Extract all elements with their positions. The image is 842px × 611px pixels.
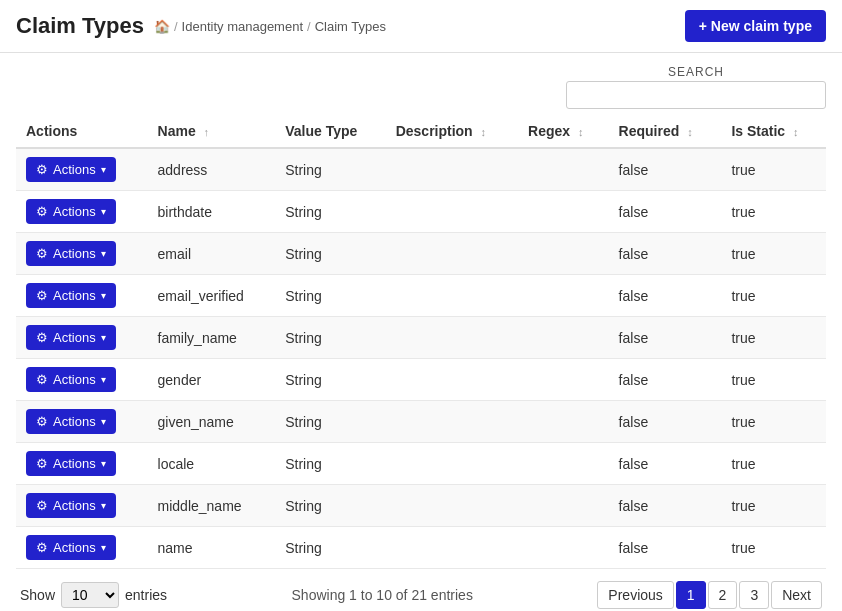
desc-sort-icon[interactable]: ↕ [481,126,487,138]
table-row: ⚙Actions▾localeStringfalsetrue [16,443,826,485]
actions-btn-label: Actions [53,162,96,177]
entries-select[interactable]: 10 25 50 100 [61,582,119,608]
required-cell: false [609,359,722,401]
actions-button[interactable]: ⚙Actions▾ [26,409,116,434]
caret-icon: ▾ [101,164,106,175]
caret-icon: ▾ [101,500,106,511]
required-cell: false [609,148,722,191]
gear-icon: ⚙ [36,162,48,177]
value-type-cell: String [275,485,386,527]
name-cell: family_name [148,317,276,359]
regex-cell [518,443,608,485]
col-value-type: Value Type [275,115,386,148]
caret-icon: ▾ [101,332,106,343]
actions-button[interactable]: ⚙Actions▾ [26,199,116,224]
name-cell: given_name [148,401,276,443]
actions-cell: ⚙Actions▾ [16,191,148,233]
next-button[interactable]: Next [771,581,822,609]
required-cell: false [609,275,722,317]
is-static-cell: true [721,233,826,275]
actions-button[interactable]: ⚙Actions▾ [26,157,116,182]
description-cell [386,359,518,401]
regex-cell [518,485,608,527]
table-header: Actions Name ↑ Value Type Description ↕ … [16,115,826,148]
is-static-cell: true [721,443,826,485]
claim-types-table: Actions Name ↑ Value Type Description ↕ … [16,115,826,569]
regex-cell [518,275,608,317]
description-cell [386,275,518,317]
is-static-cell: true [721,148,826,191]
caret-icon: ▾ [101,416,106,427]
actions-button[interactable]: ⚙Actions▾ [26,367,116,392]
gear-icon: ⚙ [36,204,48,219]
caret-icon: ▾ [101,206,106,217]
regex-cell [518,401,608,443]
actions-cell: ⚙Actions▾ [16,148,148,191]
actions-btn-label: Actions [53,414,96,429]
caret-icon: ▾ [101,542,106,553]
regex-cell [518,191,608,233]
description-cell [386,443,518,485]
actions-cell: ⚙Actions▾ [16,359,148,401]
name-cell: email [148,233,276,275]
value-type-cell: String [275,148,386,191]
regex-cell [518,527,608,569]
col-is-static: Is Static ↕ [721,115,826,148]
page-2-button[interactable]: 2 [708,581,738,609]
actions-button[interactable]: ⚙Actions▾ [26,535,116,560]
show-entries: Show 10 25 50 100 entries [20,582,167,608]
required-cell: false [609,191,722,233]
regex-cell [518,233,608,275]
actions-cell: ⚙Actions▾ [16,443,148,485]
caret-icon: ▾ [101,248,106,259]
name-cell: address [148,148,276,191]
actions-button[interactable]: ⚙Actions▾ [26,283,116,308]
actions-btn-label: Actions [53,330,96,345]
regex-cell [518,359,608,401]
required-cell: false [609,401,722,443]
regex-cell [518,148,608,191]
is-static-cell: true [721,191,826,233]
is-static-cell: true [721,485,826,527]
breadcrumb-sep-1: / [174,19,178,34]
actions-btn-label: Actions [53,456,96,471]
col-required: Required ↕ [609,115,722,148]
actions-cell: ⚙Actions▾ [16,485,148,527]
description-cell [386,233,518,275]
regex-sort-icon[interactable]: ↕ [578,126,584,138]
is-static-sort-icon[interactable]: ↕ [793,126,799,138]
description-cell [386,148,518,191]
gear-icon: ⚙ [36,246,48,261]
table-row: ⚙Actions▾email_verifiedStringfalsetrue [16,275,826,317]
actions-button[interactable]: ⚙Actions▾ [26,241,116,266]
actions-cell: ⚙Actions▾ [16,233,148,275]
actions-btn-label: Actions [53,540,96,555]
table-row: ⚙Actions▾middle_nameStringfalsetrue [16,485,826,527]
description-cell [386,527,518,569]
is-static-cell: true [721,401,826,443]
value-type-cell: String [275,317,386,359]
actions-button[interactable]: ⚙Actions▾ [26,451,116,476]
search-input[interactable] [566,81,826,109]
prev-button[interactable]: Previous [597,581,673,609]
actions-button[interactable]: ⚙Actions▾ [26,493,116,518]
page-1-button[interactable]: 1 [676,581,706,609]
is-static-cell: true [721,275,826,317]
col-actions: Actions [16,115,148,148]
gear-icon: ⚙ [36,498,48,513]
actions-cell: ⚙Actions▾ [16,527,148,569]
is-static-cell: true [721,317,826,359]
required-sort-icon[interactable]: ↕ [687,126,693,138]
name-sort-icon[interactable]: ↑ [204,126,210,138]
footer-row: Show 10 25 50 100 entries Showing 1 to 1… [16,581,826,609]
page-3-button[interactable]: 3 [739,581,769,609]
pagination: Previous 1 2 3 Next [597,581,822,609]
col-regex: Regex ↕ [518,115,608,148]
name-cell: email_verified [148,275,276,317]
col-description: Description ↕ [386,115,518,148]
new-claim-button[interactable]: + New claim type [685,10,826,42]
actions-button[interactable]: ⚙Actions▾ [26,325,116,350]
name-cell: birthdate [148,191,276,233]
showing-info: Showing 1 to 10 of 21 entries [292,587,473,603]
gear-icon: ⚙ [36,330,48,345]
